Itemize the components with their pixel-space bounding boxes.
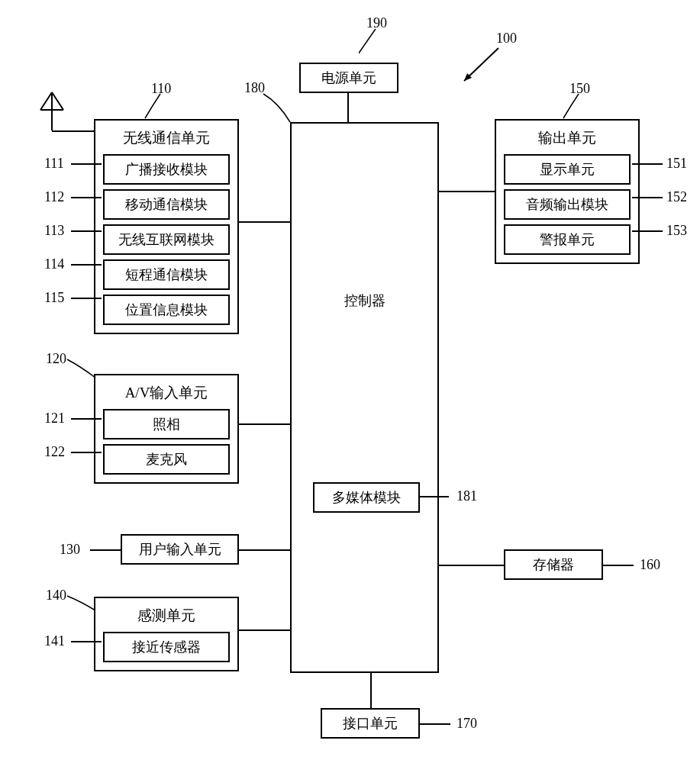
output-unit-title: 输出单元 [504,128,631,148]
av-input-title: A/V输入单元 [103,383,230,403]
ref-120: 120 [46,351,66,367]
ref-152: 152 [666,189,687,205]
sensing-unit-block: 感测单元 接近传感器 [94,597,239,671]
sensing-unit-title: 感测单元 [103,606,230,626]
user-input-block: 用户输入单元 [121,534,239,565]
short-range-module: 短程通信模块 [103,259,230,290]
antenna-icon [37,89,67,134]
wireless-unit-title: 无线通信单元 [103,128,230,148]
mobile-comm-module: 移动通信模块 [103,189,230,220]
broadcast-module: 广播接收模块 [103,154,230,185]
leader-120 [65,357,99,384]
user-input-label: 用户输入单元 [139,540,221,559]
controller-label: 控制器 [292,291,437,310]
ref-122: 122 [44,444,65,460]
ref-115: 115 [44,290,64,306]
audio-output-module: 音频输出模块 [504,189,631,220]
leader-180 [260,92,298,126]
ref-121: 121 [44,410,65,427]
ref-151: 151 [666,156,687,172]
ref-130: 130 [60,542,80,558]
ref-114: 114 [44,256,64,272]
alarm-module: 警报单元 [504,224,631,255]
location-module: 位置信息模块 [103,295,230,325]
ref-141: 141 [44,633,65,649]
memory-block: 存储器 [504,549,603,580]
wireless-unit-block: 无线通信单元 广播接收模块 移动通信模块 无线互联网模块 短程通信模块 位置信息… [94,119,239,334]
leader-150 [562,92,585,122]
output-unit-block: 输出单元 显示单元 音频输出模块 警报单元 [495,119,640,264]
leader-140 [65,594,99,617]
interface-label: 接口单元 [343,714,398,732]
controller-block: 控制器 多媒体模块 [290,122,439,673]
interface-block: 接口单元 [321,708,420,739]
ref-112: 112 [44,189,64,205]
ref-140: 140 [46,588,66,604]
memory-label: 存储器 [533,555,574,574]
camera-module: 照相 [103,409,230,439]
svg-line-1 [40,92,52,110]
wireless-internet-module: 无线互联网模块 [103,224,230,255]
multimedia-block: 多媒体模块 [313,482,420,513]
power-unit-label: 电源单元 [321,69,376,87]
ref-160: 160 [640,557,660,573]
leader-110 [144,92,166,122]
ref-153: 153 [666,223,687,239]
ref-111: 111 [44,156,64,172]
multimedia-label: 多媒体模块 [332,488,401,507]
svg-line-2 [52,92,63,110]
mic-module: 麦克风 [103,444,230,475]
av-input-block: A/V输入单元 照相 麦克风 [94,374,239,484]
ref-181: 181 [456,488,477,504]
ref-113: 113 [44,223,64,239]
ref-170: 170 [456,716,477,732]
power-unit-block: 电源单元 [299,63,398,93]
arrow-100 [456,44,502,90]
proximity-sensor: 接近传感器 [103,632,230,662]
display-module: 显示单元 [504,154,631,185]
leader-190 [359,27,389,65]
